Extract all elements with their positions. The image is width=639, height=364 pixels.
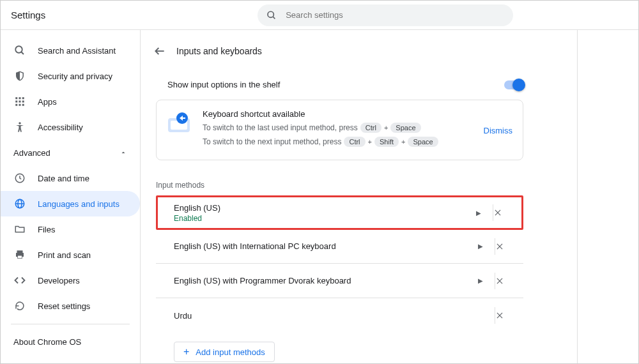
folder-icon	[13, 223, 26, 236]
svg-rect-12	[22, 104, 24, 106]
sidebar-item-label: Apps	[38, 97, 135, 107]
sidebar-item-label: Reset settings	[38, 301, 135, 311]
divider	[11, 324, 130, 324]
sidebar-item-search-assistant[interactable]: Search and Assistant	[1, 38, 140, 63]
svg-point-0	[268, 11, 273, 17]
add-button-label: Add input methods	[196, 347, 265, 357]
input-methods-label: Input methods	[150, 178, 530, 196]
shortcut-line-1-text: To switch to the last used input method,…	[203, 123, 358, 132]
sidebar-item-accessibility[interactable]: Accessibility	[1, 114, 140, 140]
key-ctrl: Ctrl	[360, 123, 381, 133]
chevron-right-icon[interactable]: ▶	[466, 277, 495, 284]
svg-rect-5	[19, 97, 21, 99]
remove-method-button[interactable]	[495, 277, 523, 285]
sidebar-item-label: Date and time	[38, 174, 135, 183]
sidebar: Search and Assistant Security and privac…	[1, 30, 140, 364]
remove-method-button[interactable]	[493, 208, 521, 217]
shortcut-card: Keyboard shortcut available To switch to…	[156, 100, 523, 160]
svg-rect-9	[22, 101, 24, 103]
header-title: Settings	[11, 10, 45, 20]
accessibility-icon	[13, 121, 26, 133]
printer-icon	[13, 248, 26, 261]
sidebar-item-developers[interactable]: Developers	[1, 268, 140, 293]
chevron-up-icon	[119, 149, 127, 156]
remove-method-button[interactable]	[495, 242, 523, 251]
method-name: English (US)	[174, 203, 465, 213]
sidebar-item-label: Developers	[38, 276, 135, 285]
plus-icon: +	[183, 346, 189, 358]
search-bar[interactable]	[258, 4, 513, 26]
code-icon	[13, 274, 26, 287]
search-icon	[266, 10, 277, 20]
svg-rect-10	[15, 104, 17, 106]
method-status: Enabled	[174, 214, 465, 223]
sidebar-item-date-time[interactable]: Date and time	[1, 165, 140, 191]
svg-rect-8	[19, 101, 21, 103]
sidebar-about[interactable]: About Chrome OS	[1, 330, 140, 354]
chevron-right-icon[interactable]: ▶	[466, 243, 495, 250]
svg-rect-11	[19, 104, 21, 106]
page-title: Inputs and keyboards	[176, 46, 262, 56]
sidebar-advanced-toggle[interactable]: Advanced	[1, 140, 140, 165]
plus-icon: +	[401, 138, 405, 146]
panel-edge	[577, 30, 578, 364]
sidebar-item-reset-settings[interactable]: Reset settings	[1, 293, 140, 319]
keyboard-shortcut-icon	[166, 109, 192, 136]
shortcut-card-title: Keyboard shortcut available	[203, 109, 514, 119]
apps-grid-icon	[13, 95, 26, 108]
globe-icon	[13, 197, 26, 210]
remove-method-button[interactable]	[495, 311, 523, 320]
search-input[interactable]	[286, 10, 504, 20]
input-methods-list: English (US) Enabled ▶ English (US) with…	[156, 195, 523, 333]
svg-line-3	[21, 52, 24, 54]
shortcut-line-2-text: To switch to the next input method, pres…	[203, 137, 341, 146]
show-shelf-row: Show input options in the shelf	[150, 77, 530, 100]
main-panel: Inputs and keyboards Show input options …	[140, 30, 638, 364]
method-name: English (US) with International PC keybo…	[174, 241, 466, 251]
key-space: Space	[390, 123, 420, 133]
search-container	[258, 4, 513, 26]
svg-point-13	[19, 122, 20, 124]
page-header: Inputs and keyboards	[150, 39, 530, 63]
shortcut-line-2: To switch to the next input method, pres…	[203, 137, 514, 147]
svg-rect-6	[22, 97, 24, 99]
sidebar-item-apps[interactable]: Apps	[1, 89, 140, 114]
svg-point-2	[15, 46, 22, 53]
sidebar-item-label: Security and privacy	[38, 72, 135, 81]
back-arrow-icon[interactable]	[153, 45, 166, 57]
svg-rect-4	[15, 97, 17, 99]
plus-icon: +	[368, 138, 372, 146]
svg-line-1	[273, 17, 275, 19]
show-shelf-toggle[interactable]	[504, 80, 523, 89]
sidebar-item-print-scan[interactable]: Print and scan	[1, 242, 140, 268]
dismiss-button[interactable]: Dismiss	[484, 125, 513, 135]
reset-icon	[13, 300, 26, 312]
sidebar-item-files[interactable]: Files	[1, 216, 140, 242]
add-method-row: + Add input methods	[156, 333, 523, 364]
shortcut-card-body: Keyboard shortcut available To switch to…	[203, 109, 514, 151]
clock-icon	[13, 172, 26, 185]
input-method-row-english-us[interactable]: English (US) Enabled ▶	[156, 195, 523, 230]
key-ctrl: Ctrl	[344, 137, 365, 147]
sidebar-item-security[interactable]: Security and privacy	[1, 63, 140, 89]
input-method-row[interactable]: Urdu ▶	[156, 298, 523, 333]
sidebar-item-label: Files	[38, 225, 135, 234]
sidebar-item-languages-inputs[interactable]: Languages and inputs	[1, 191, 140, 216]
key-space: Space	[408, 137, 438, 147]
shield-icon	[13, 70, 26, 82]
plus-icon: +	[384, 124, 388, 132]
app-header: Settings	[1, 1, 638, 30]
method-name: Urdu	[174, 311, 466, 321]
svg-rect-7	[15, 101, 17, 103]
show-shelf-label: Show input options in the shelf	[167, 80, 504, 89]
shortcut-line-1: To switch to the last used input method,…	[203, 123, 514, 133]
add-input-methods-button[interactable]: + Add input methods	[174, 342, 275, 362]
input-method-row[interactable]: English (US) with Programmer Dvorak keyb…	[156, 264, 523, 298]
advanced-label: Advanced	[13, 148, 119, 158]
key-shift: Shift	[374, 137, 399, 147]
search-icon	[13, 44, 26, 57]
sidebar-item-label: Search and Assistant	[38, 46, 135, 56]
sidebar-item-label: Accessibility	[38, 123, 135, 132]
chevron-right-icon[interactable]: ▶	[465, 209, 493, 216]
input-method-row[interactable]: English (US) with International PC keybo…	[156, 229, 523, 264]
